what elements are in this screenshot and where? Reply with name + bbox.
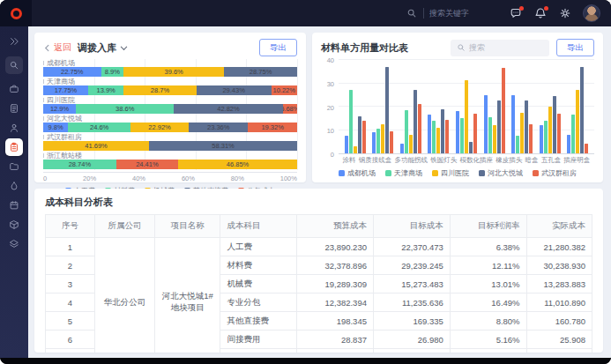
category-label: 天津商场 xyxy=(43,78,297,85)
bar-group xyxy=(372,60,393,153)
bar xyxy=(553,96,556,153)
search-icon xyxy=(405,7,418,20)
stacked-bar-row: 浙江航站楼28.74%24.41%46.85% xyxy=(43,152,297,169)
bar-segment: 9.8% xyxy=(43,123,68,132)
bar xyxy=(465,80,468,153)
cost-analysis-panel: 成本科目分析表 序号所属公司项目名称成本科目预算成本目标成本目标利润率实际成本 … xyxy=(34,189,603,353)
user-avatar[interactable] xyxy=(583,4,600,22)
category-label: 四川医院 xyxy=(43,96,297,104)
back-link[interactable]: 返回 xyxy=(54,41,71,54)
topbar xyxy=(0,0,611,26)
bar xyxy=(469,142,473,153)
message-icon[interactable] xyxy=(509,7,522,20)
bar xyxy=(488,117,492,153)
sidebar-item-water-drop-icon[interactable] xyxy=(5,177,23,195)
budget-cost-cell: 19,289.309 xyxy=(297,275,374,293)
chevron-down-icon[interactable] xyxy=(120,44,128,52)
stacked-bar: 28.74%24.41%46.85% xyxy=(43,160,297,169)
bar-segment: 58.31% xyxy=(149,141,297,151)
legend-item[interactable]: 天津商场 xyxy=(385,168,422,178)
bar xyxy=(473,114,477,153)
legend-label: 四川医院 xyxy=(441,168,469,178)
sidebar-item-user-icon[interactable] xyxy=(5,119,23,137)
main-content: 返回 调拨入库 导出 成都机场22.75%8.9%39.6%28.75%天津商场… xyxy=(28,26,611,358)
axis-tick: 20 xyxy=(327,103,334,111)
axis-tick: 100% xyxy=(280,175,297,182)
bar-group xyxy=(540,60,561,153)
panel-search-input[interactable] xyxy=(469,43,540,52)
axis-tick: 20% xyxy=(83,175,96,182)
legend-item[interactable]: 成都机场 xyxy=(339,168,376,178)
app-window: 返回 调拨入库 导出 成都机场22.75%8.9%39.6%28.75%天津商场… xyxy=(0,0,611,364)
bar xyxy=(557,114,561,153)
panel-search[interactable] xyxy=(451,40,549,56)
notification-dot xyxy=(544,6,548,11)
global-search-input[interactable] xyxy=(429,9,486,18)
bar xyxy=(414,90,417,153)
bar xyxy=(358,116,361,153)
sidebar-item-calendar-icon[interactable] xyxy=(5,197,23,214)
stacked-bar: 9.8%24.6%22.92%23.36%19.32% xyxy=(43,123,297,132)
sidebar-item-folder-icon[interactable] xyxy=(5,158,23,175)
cost-analysis-table: 序号所属公司项目名称成本科目预算成本目标成本目标利润率实际成本 1华北分公司河北… xyxy=(45,214,592,353)
sidebar-item-file-edit-icon[interactable] xyxy=(5,100,23,117)
actual-cost-cell: 25.908 xyxy=(526,331,592,349)
sidebar-item-chevrons-right-icon[interactable] xyxy=(5,33,23,50)
column-header: 目标利润率 xyxy=(450,215,526,238)
target-cost-cell: 15,273.483 xyxy=(373,275,450,293)
bar-group xyxy=(567,60,588,153)
bar-segment: 29.43% xyxy=(197,85,272,95)
bar xyxy=(493,125,496,153)
bar xyxy=(571,115,575,153)
sidebar-item-layers-icon[interactable] xyxy=(5,235,23,253)
bar-segment: 13.9% xyxy=(88,85,123,95)
bar xyxy=(567,135,570,153)
actual-cost-cell: 30,238.930 xyxy=(526,256,592,275)
sidebar-item-package-icon[interactable] xyxy=(5,216,23,234)
bar xyxy=(432,121,436,153)
bar xyxy=(441,109,444,153)
cost-subject-cell: 人工费 xyxy=(220,238,297,256)
cost-subject-cell: 间接费用 xyxy=(220,331,297,349)
target-cost-cell: 26.980 xyxy=(373,331,450,349)
x-axis: 020%40%60%80%100% xyxy=(43,172,297,182)
legend-item[interactable]: 四川医院 xyxy=(432,168,469,178)
bar xyxy=(540,125,543,153)
bar xyxy=(544,121,548,153)
export-button[interactable]: 导出 xyxy=(556,39,594,56)
axis-tick: 0 xyxy=(43,175,47,182)
cost-subject-cell: 材料费 xyxy=(220,256,297,275)
sidebar-item-search-icon[interactable] xyxy=(5,56,23,74)
back-chevron-icon[interactable] xyxy=(43,44,51,52)
cost-subject-cell: 其他直接费 xyxy=(220,312,297,331)
column-header: 实际成本 xyxy=(526,215,592,238)
sidebar-item-briefcase-icon[interactable] xyxy=(5,80,23,98)
bar-segment: 24.41% xyxy=(116,160,178,169)
bar-segment: 28.75% xyxy=(224,67,297,77)
actual-cost-cell: 21,280.382 xyxy=(526,238,592,256)
sidebar-item-cost-doc-icon[interactable] xyxy=(5,138,23,156)
global-search[interactable] xyxy=(405,7,486,20)
search-divider xyxy=(423,8,424,19)
search-icon xyxy=(457,43,466,52)
bar xyxy=(529,124,533,153)
bell-icon[interactable] xyxy=(533,7,547,20)
axis-tick: 0 xyxy=(331,151,334,159)
cost-structure-panel: 返回 调拨入库 导出 成都机场22.75%8.9%39.6%28.75%天津商场… xyxy=(34,33,306,182)
bar-segment: 22.75% xyxy=(43,67,101,77)
bar xyxy=(405,110,408,153)
gridline xyxy=(297,59,298,170)
bar-segment: 46.85% xyxy=(178,160,297,169)
legend-label: 武汉群租房 xyxy=(541,168,577,178)
bar-segment: 5.68% xyxy=(283,104,297,114)
actual-cost-cell: 13,283.883 xyxy=(526,275,592,293)
bar xyxy=(525,100,528,153)
bar xyxy=(362,121,366,153)
legend-item[interactable]: 河北大悦城 xyxy=(479,168,523,178)
bar xyxy=(445,120,449,153)
x-axis: 涂料钢质接线盒多功能拐线铁圆灯头模数化插座橡皮插头暗盒五孔盒插座明盒 xyxy=(339,156,594,165)
gear-icon[interactable] xyxy=(558,7,571,20)
legend-item[interactable]: 武汉群租房 xyxy=(533,168,577,178)
export-button[interactable]: 导出 xyxy=(259,39,297,56)
bar-segment: 41.69% xyxy=(43,141,149,151)
